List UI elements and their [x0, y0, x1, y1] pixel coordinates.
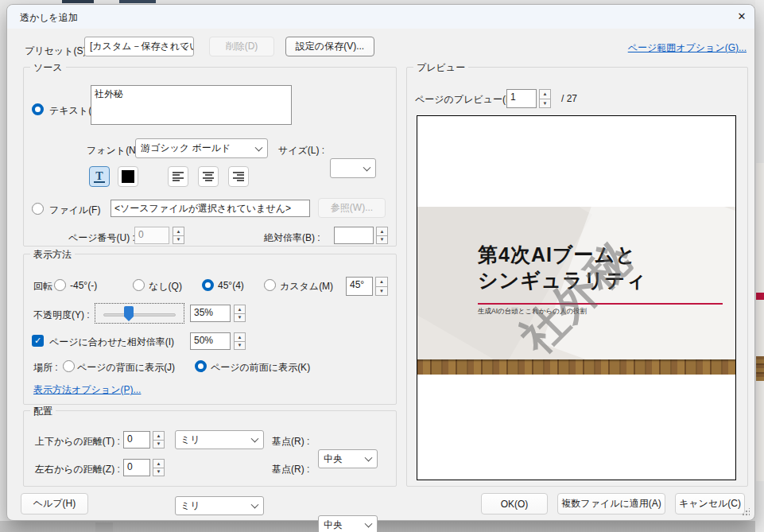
opacity-label: 不透明度(Y) :	[33, 309, 90, 322]
vertical-distance-input[interactable]: 0	[123, 431, 150, 449]
vertical-distance-spinner[interactable]: ▲ ▼	[153, 431, 165, 449]
background-app	[0, 521, 764, 532]
appearance-legend: 表示方法	[30, 248, 75, 262]
source-legend: ソース	[30, 61, 66, 75]
help-button[interactable]: ヘルプ(H)	[21, 493, 88, 515]
horizontal-anchor-select[interactable]: 中央	[318, 515, 378, 532]
background-document-edge	[756, 163, 764, 481]
page-range-options-link[interactable]: ページ範囲オプション(G)...	[628, 41, 747, 55]
absolute-scale-input[interactable]	[334, 227, 374, 244]
rotate-none-label: なし(Q)	[149, 280, 182, 293]
vertical-unit-value: ミリ	[180, 433, 200, 447]
align-left-button[interactable]	[168, 166, 188, 187]
relative-scale-input[interactable]: 50%	[190, 332, 231, 350]
size-label: サイズ(L) :	[278, 144, 324, 157]
spin-up-icon[interactable]: ▲	[377, 227, 387, 235]
behind-page-radio[interactable]	[63, 360, 75, 372]
page-number-label: ページ番号(U) :	[68, 231, 135, 245]
horizontal-anchor-label: 基点(R) :	[272, 463, 309, 476]
spin-up-icon[interactable]: ▲	[376, 278, 387, 286]
appearance-group: 表示方法 回転 : -45°(-) なし(Q) 45°(4) カスタム(M) 4…	[23, 254, 397, 405]
size-select[interactable]	[330, 158, 376, 178]
add-watermark-dialog: 透かしを追加 ✕ プリセット(S) : [カスタム－保存されてい 削除(D) 設…	[6, 4, 755, 521]
spin-up-icon[interactable]: ▲	[173, 227, 184, 235]
color-swatch-icon	[122, 170, 134, 183]
spin-down-icon[interactable]: ▼	[377, 235, 387, 244]
spin-down-icon[interactable]: ▼	[173, 235, 184, 244]
spin-up-icon[interactable]: ▲	[540, 90, 550, 99]
horizontal-unit-select[interactable]: ミリ	[175, 496, 264, 515]
page-number-input[interactable]: 0	[134, 227, 169, 244]
align-center-button[interactable]	[198, 166, 219, 187]
vertical-anchor-select[interactable]: 中央	[318, 449, 378, 468]
dialog-titlebar: 透かしを追加 ✕	[7, 5, 754, 29]
watermark-text-input[interactable]: 社外秘	[91, 85, 292, 125]
vertical-distance-label: 上下からの距離(T) :	[35, 435, 120, 449]
appearance-options-link[interactable]: 表示方法オプション(P)...	[33, 383, 141, 397]
preset-label: プリセット(S) :	[25, 45, 91, 58]
slider-track[interactable]	[103, 313, 176, 316]
page-number-spinner[interactable]: ▲ ▼	[173, 227, 184, 244]
file-radio[interactable]	[32, 203, 44, 215]
font-color-button[interactable]	[118, 166, 138, 187]
background-fragment	[95, 522, 113, 532]
spin-down-icon[interactable]: ▼	[376, 286, 387, 296]
spin-down-icon[interactable]: ▼	[153, 468, 164, 476]
font-value: 游ゴシック ボールド	[141, 142, 231, 155]
rotation-spinner[interactable]: ▲ ▼	[375, 277, 388, 296]
horizontal-unit-value: ミリ	[180, 499, 200, 513]
spin-down-icon[interactable]: ▼	[235, 313, 245, 322]
page-preview-input[interactable]: 1	[506, 89, 537, 108]
absolute-scale-spinner[interactable]: ▲ ▼	[376, 227, 388, 244]
save-settings-button[interactable]: 設定の保存(V)...	[285, 37, 374, 56]
spin-down-icon[interactable]: ▼	[540, 99, 550, 108]
opacity-value-input[interactable]: 35%	[190, 305, 231, 322]
apply-multiple-button[interactable]: 複数ファイルに適用(A)	[557, 493, 665, 515]
spin-down-icon[interactable]: ▼	[153, 440, 164, 449]
font-select[interactable]: 游ゴシック ボールド	[135, 138, 268, 158]
rotate-custom-radio[interactable]	[264, 279, 276, 291]
close-icon[interactable]: ✕	[732, 8, 751, 25]
dialog-title: 透かしを追加	[20, 11, 78, 25]
chevron-down-icon	[363, 163, 371, 171]
ok-button[interactable]: OK(O)	[481, 493, 548, 515]
relative-scale-checkbox[interactable]: ✓	[32, 335, 44, 347]
preset-value: [カスタム－保存されてい	[90, 40, 194, 53]
align-left-icon	[173, 172, 184, 181]
front-page-label: ページの前面に表示(K)	[211, 361, 310, 375]
horizontal-distance-spinner[interactable]: ▲ ▼	[153, 459, 165, 476]
rotation-value-input[interactable]: 45°	[346, 277, 373, 296]
front-page-radio[interactable]	[195, 360, 207, 372]
spin-up-icon[interactable]: ▲	[235, 333, 245, 341]
opacity-spinner[interactable]: ▲ ▼	[234, 305, 246, 322]
slider-thumb[interactable]	[124, 306, 134, 321]
spin-up-icon[interactable]: ▲	[153, 460, 164, 468]
chevron-down-icon	[365, 454, 373, 462]
relative-scale-spinner[interactable]: ▲ ▼	[234, 332, 246, 350]
underline-text-button[interactable]: T	[89, 166, 110, 187]
preset-select[interactable]: [カスタム－保存されてい	[84, 37, 194, 56]
position-group: 配置 上下からの距離(T) : 0 ▲ ▼ ミリ 基点(R) : 中央 左右から…	[23, 410, 397, 487]
text-radio[interactable]	[32, 103, 44, 115]
align-right-button[interactable]	[228, 166, 249, 187]
spin-up-icon[interactable]: ▲	[153, 432, 164, 440]
vertical-unit-select[interactable]: ミリ	[175, 430, 264, 449]
rotate-45-radio[interactable]	[202, 279, 214, 291]
align-right-icon	[233, 172, 244, 181]
page-total-label: / 27	[561, 93, 577, 104]
resize-grip[interactable]	[742, 508, 750, 516]
rotate-minus45-radio[interactable]	[54, 279, 66, 291]
cancel-button[interactable]: キャンセル(C)	[675, 493, 745, 515]
spin-up-icon[interactable]: ▲	[235, 305, 245, 313]
source-file-field: <ソースファイルが選択されていません>	[111, 200, 310, 217]
background-toolbar-fragment	[62, 0, 94, 3]
browse-button[interactable]: 参照(W)...	[318, 198, 386, 218]
rotate-none-radio[interactable]	[133, 279, 145, 291]
absolute-scale-label: 絶対倍率(B) :	[264, 231, 320, 245]
delete-button[interactable]: 削除(D)	[209, 37, 274, 56]
opacity-slider[interactable]	[95, 303, 184, 324]
horizontal-distance-input[interactable]: 0	[123, 459, 150, 476]
page-preview-spinner[interactable]: ▲ ▼	[539, 89, 551, 108]
background-toolbar-fragment	[119, 0, 156, 3]
spin-down-icon[interactable]: ▼	[235, 341, 245, 350]
